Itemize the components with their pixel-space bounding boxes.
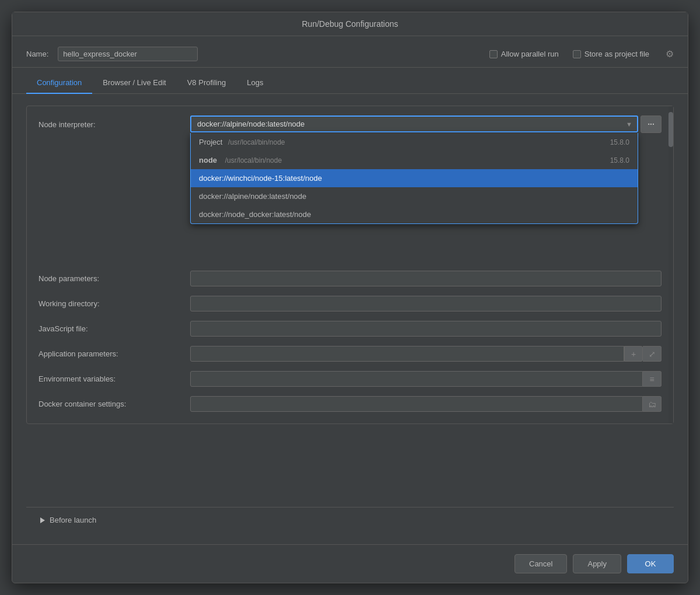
working-directory-control — [190, 296, 662, 312]
docker-container-settings-control: 🗂 — [190, 396, 662, 412]
dialog-title-bar: Run/Debug Configurations — [12, 12, 688, 36]
store-as-project-checkbox[interactable] — [573, 50, 581, 58]
node-parameters-control — [190, 271, 662, 286]
tab-configuration[interactable]: Configuration — [26, 72, 92, 94]
node-parameters-input[interactable] — [190, 271, 662, 286]
dropdown-item-docker-winchci[interactable]: docker://winchci/node-15:latest/node — [191, 169, 638, 187]
name-input[interactable] — [58, 47, 198, 61]
docker-container-settings-wrapper: 🗂 — [190, 396, 662, 412]
application-parameters-wrapper: + ⤢ — [190, 346, 662, 362]
before-launch-label: Before launch — [50, 516, 96, 524]
javascript-file-input[interactable] — [190, 321, 662, 337]
dialog-footer: Cancel Apply OK — [12, 544, 688, 583]
application-parameters-btn-group: + ⤢ — [624, 346, 662, 362]
docker-container-settings-input[interactable] — [190, 396, 643, 412]
tab-logs[interactable]: Logs — [236, 72, 274, 94]
node-interpreter-more-button[interactable]: ··· — [640, 116, 662, 133]
scrollbar-track[interactable] — [668, 106, 673, 424]
gear-icon[interactable]: ⚙ — [666, 48, 674, 60]
environment-variables-control: ≡ — [190, 371, 662, 387]
before-launch-section[interactable]: Before launch — [26, 507, 674, 533]
working-directory-row: Working directory: — [38, 296, 662, 312]
working-directory-label: Working directory: — [38, 299, 190, 308]
environment-variables-label: Environment variables: — [38, 374, 190, 383]
docker-container-settings-folder-button[interactable]: 🗂 — [643, 396, 662, 412]
javascript-file-row: JavaScript file: — [38, 321, 662, 337]
working-directory-input[interactable] — [190, 296, 662, 312]
config-panel: Node interpreter: docker://alpine/node:l… — [26, 106, 674, 424]
tab-browser-live-edit[interactable]: Browser / Live Edit — [92, 72, 176, 94]
application-parameters-row: Application parameters: + ⤢ — [38, 346, 662, 362]
store-as-project-checkbox-item[interactable]: Store as project file — [573, 50, 649, 58]
application-parameters-label: Application parameters: — [38, 349, 190, 358]
store-as-project-label: Store as project file — [584, 50, 649, 58]
docker-container-settings-label: Docker container settings: — [38, 400, 190, 408]
docker-container-settings-row: Docker container settings: 🗂 — [38, 396, 662, 412]
environment-variables-row: Environment variables: ≡ — [38, 371, 662, 387]
dropdown-item-node[interactable]: node /usr/local/bin/node 15.8.0 — [191, 151, 638, 169]
apply-button[interactable]: Apply — [573, 554, 621, 573]
tab-v8-profiling[interactable]: V8 Profiling — [177, 72, 236, 94]
dropdown-item-project[interactable]: Project /usr/local/bin/node 15.8.0 — [191, 133, 638, 151]
application-parameters-expand-button[interactable]: ⤢ — [643, 346, 662, 362]
node-interpreter-row: Node interpreter: docker://alpine/node:l… — [38, 116, 662, 133]
allow-parallel-checkbox[interactable] — [489, 50, 498, 58]
before-launch-toggle-icon — [40, 517, 45, 523]
ok-button[interactable]: OK — [627, 554, 674, 573]
dropdown-item-docker-alpine[interactable]: docker://alpine/node:latest/node — [191, 187, 638, 205]
node-parameters-label: Node parameters: — [38, 274, 190, 283]
javascript-file-label: JavaScript file: — [38, 324, 190, 333]
application-parameters-plus-button[interactable]: + — [624, 346, 643, 362]
tabs-bar: Configuration Browser / Live Edit V8 Pro… — [12, 72, 688, 94]
dropdown-item-docker-node-docker[interactable]: docker://node_docker:latest/node — [191, 205, 638, 223]
environment-variables-icon-button[interactable]: ≡ — [643, 371, 662, 387]
scrollbar-thumb[interactable] — [668, 112, 673, 147]
node-interpreter-wrapper: docker://alpine/node:latest/node ▼ ··· — [190, 116, 662, 133]
node-interpreter-select[interactable]: docker://alpine/node:latest/node — [190, 116, 638, 132]
dialog-title: Run/Debug Configurations — [302, 19, 398, 29]
node-interpreter-control: docker://alpine/node:latest/node ▼ ··· P… — [190, 116, 662, 133]
node-interpreter-dropdown: Project /usr/local/bin/node 15.8.0 node … — [190, 133, 638, 224]
javascript-file-control — [190, 321, 662, 337]
environment-variables-wrapper: ≡ — [190, 371, 662, 387]
name-label: Name: — [26, 50, 48, 58]
content-area: Node interpreter: docker://alpine/node:l… — [12, 94, 688, 544]
dialog-header: Name: Allow parallel run Store as projec… — [12, 36, 688, 68]
allow-parallel-label: Allow parallel run — [501, 50, 559, 58]
node-interpreter-label: Node interpreter: — [38, 120, 190, 129]
application-parameters-control: + ⤢ — [190, 346, 662, 362]
cancel-button[interactable]: Cancel — [514, 554, 567, 573]
node-parameters-row: Node parameters: — [38, 271, 662, 286]
application-parameters-input[interactable] — [190, 346, 624, 362]
run-debug-dialog: Run/Debug Configurations Name: Allow par… — [12, 12, 688, 583]
checkbox-group: Allow parallel run Store as project file… — [489, 48, 674, 60]
environment-variables-input[interactable] — [190, 371, 643, 387]
allow-parallel-checkbox-item[interactable]: Allow parallel run — [489, 50, 559, 58]
